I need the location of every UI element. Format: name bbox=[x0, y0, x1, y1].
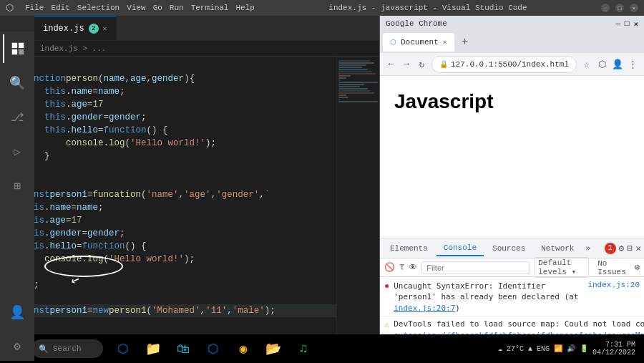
error-link-1[interactable]: index.js:20:7 bbox=[394, 304, 455, 313]
browser-content: Javascript bbox=[380, 76, 644, 238]
menu-selection[interactable]: Selection bbox=[77, 4, 119, 12]
code-line-3: this.name = name; bbox=[23, 85, 336, 98]
menu-view[interactable]: View bbox=[127, 4, 145, 12]
back-button[interactable]: ← bbox=[386, 56, 396, 73]
browser-favicon: ⬡ bbox=[390, 38, 396, 47]
code-line-16: console.log('Hello world!'); bbox=[23, 253, 336, 266]
devtools-tab-console[interactable]: Console bbox=[436, 241, 484, 256]
main-area: 🔍 ⎇ ▷ ⊞ 👤 ⚙ index.js 2 ✕ index.js > ... … bbox=[0, 16, 644, 363]
taskbar-volume: 🔊 bbox=[567, 344, 575, 353]
code-line-19 bbox=[23, 291, 336, 304]
devtools-close-icon[interactable]: ✕ bbox=[635, 243, 641, 254]
minimize-button[interactable]: — bbox=[601, 4, 610, 12]
taskbar-chrome[interactable]: ◉ bbox=[229, 334, 258, 363]
menu-bar: File Edit Selection View Go Run Terminal… bbox=[25, 4, 255, 12]
code-line-12: this.name = name; bbox=[23, 201, 336, 214]
taskbar-date-text: 04/12/2022 bbox=[592, 349, 635, 357]
error-close-1: ) bbox=[455, 304, 460, 313]
warning-icon-1: ⚠ bbox=[384, 319, 389, 330]
taskbar-files[interactable]: 📂 bbox=[259, 334, 288, 363]
console-settings-icon[interactable]: ⚙ bbox=[635, 262, 640, 273]
address-bar[interactable]: 🔒 127.0.0.1:5500/index.html bbox=[431, 56, 577, 73]
taskbar-wifi: 📶 bbox=[554, 344, 562, 353]
console-filter-input[interactable] bbox=[421, 261, 530, 274]
taskbar-explorer[interactable]: 📁 bbox=[139, 334, 167, 363]
browser-tab-document[interactable]: ⬡ Document ✕ bbox=[383, 33, 454, 52]
menu-go[interactable]: Go bbox=[153, 4, 162, 12]
console-eye-icon[interactable]: 👁 bbox=[409, 262, 417, 273]
weather-icon: ☁ bbox=[498, 345, 502, 353]
activity-explorer[interactable] bbox=[3, 34, 31, 63]
activity-settings[interactable]: ⚙ bbox=[3, 332, 31, 361]
browser-titlebar-text: Google Chrome bbox=[386, 19, 447, 28]
profile-button[interactable]: 👤 bbox=[612, 56, 623, 73]
code-line-10 bbox=[23, 175, 336, 188]
page-heading: Javascript bbox=[394, 90, 630, 113]
activity-source-control[interactable]: ⎇ bbox=[3, 103, 31, 132]
activity-run[interactable]: ▷ bbox=[3, 137, 31, 166]
activity-bar: 🔍 ⎇ ▷ ⊞ 👤 ⚙ bbox=[0, 32, 34, 361]
browser-titlebar: Google Chrome — □ ✕ bbox=[380, 16, 644, 32]
devtools-dock-icon[interactable]: ⊟ bbox=[627, 243, 633, 254]
reload-button[interactable]: ↻ bbox=[416, 56, 427, 73]
error-msg-1: Uncaught SyntaxError: Identifier 'person… bbox=[394, 281, 578, 301]
browser-maximize[interactable]: □ bbox=[625, 19, 630, 29]
activity-accounts[interactable]: 👤 bbox=[3, 298, 31, 326]
devtools-more[interactable]: » bbox=[582, 244, 593, 253]
forward-button[interactable]: → bbox=[401, 56, 411, 73]
taskbar-time-text: 7:31 PM bbox=[605, 341, 635, 349]
bookmark-button[interactable]: ☆ bbox=[581, 56, 592, 73]
address-text: 127.0.0.1:5500/index.html bbox=[451, 60, 569, 69]
code-editor[interactable]: function person(name ,age ,gender){ this… bbox=[23, 57, 336, 347]
menu-file[interactable]: File bbox=[25, 4, 44, 12]
titlebar: ⬡ File Edit Selection View Go Run Termin… bbox=[0, 0, 644, 16]
vscode-logo: ⬡ bbox=[6, 2, 14, 14]
tab-indexjs[interactable]: index.js 2 ✕ bbox=[34, 16, 117, 40]
search-icon: 🔍 bbox=[39, 344, 49, 354]
taskbar-spotify[interactable]: ♫ bbox=[289, 334, 318, 363]
code-line-7: console.log('Hello world!'); bbox=[23, 137, 336, 150]
breadcrumb: index.js > ... bbox=[0, 41, 379, 57]
devtools-tab-network[interactable]: Network bbox=[534, 241, 581, 256]
new-tab-button[interactable]: + bbox=[457, 36, 473, 49]
code-line-17: } bbox=[23, 266, 336, 279]
activity-search[interactable]: 🔍 bbox=[3, 69, 31, 97]
code-line-9: }; bbox=[23, 163, 336, 175]
browser-tab-close[interactable]: ✕ bbox=[443, 38, 447, 47]
menu-run[interactable]: Run bbox=[170, 4, 184, 12]
console-clear-icon[interactable]: 🚫 bbox=[384, 262, 395, 273]
menu-edit[interactable]: Edit bbox=[51, 4, 69, 12]
error-count-badge: 1 bbox=[605, 243, 616, 254]
browser-minimize[interactable]: — bbox=[615, 19, 620, 29]
taskbar-vscode[interactable]: ⬡ bbox=[199, 334, 228, 363]
taskbar-clock[interactable]: 7:31 PM 04/12/2022 bbox=[592, 341, 635, 357]
menu-button[interactable]: ⋮ bbox=[628, 56, 638, 73]
tabs-bar: index.js 2 ✕ bbox=[0, 16, 379, 41]
code-line-4: this.age = 17 bbox=[23, 98, 336, 111]
devtools-tab-elements[interactable]: Elements bbox=[383, 241, 435, 256]
activity-extensions[interactable]: ⊞ bbox=[3, 172, 31, 200]
taskbar-system-icons: ▲ ENG bbox=[528, 345, 550, 353]
search-label: Search bbox=[53, 344, 82, 353]
error-ref-1[interactable]: index.js:20 bbox=[587, 281, 640, 289]
devtools-tab-sources[interactable]: Sources bbox=[485, 241, 532, 256]
code-line-6: this.hello = function() { bbox=[23, 124, 336, 137]
browser-close[interactable]: ✕ bbox=[633, 19, 638, 29]
devtools-settings-icon[interactable]: ⚙ bbox=[619, 243, 625, 254]
code-line-11: const person1 = funcation('name', 'age',… bbox=[23, 188, 336, 201]
extensions-button[interactable]: ⬡ bbox=[596, 56, 607, 73]
editor-row: 12345 678910 1112131415 1617181920 21 fu… bbox=[0, 57, 379, 347]
console-top-icon[interactable]: ⊤ bbox=[399, 262, 404, 273]
close-button[interactable]: ✕ bbox=[630, 4, 638, 12]
taskbar-search[interactable]: 🔍 Search bbox=[31, 339, 103, 358]
maximize-button[interactable]: □ bbox=[615, 4, 624, 12]
window-controls: — □ ✕ bbox=[601, 4, 638, 12]
taskbar-store[interactable]: 🛍 bbox=[169, 334, 197, 363]
log-level-selector[interactable]: Default levels ▾ bbox=[535, 257, 589, 278]
window-title: index.js - javascript - Visual Studio Co… bbox=[328, 4, 527, 12]
menu-terminal[interactable]: Terminal bbox=[191, 4, 229, 12]
taskbar-edge[interactable]: ⬡ bbox=[109, 334, 137, 363]
error-text-1: Uncaught SyntaxError: Identifier 'person… bbox=[394, 281, 583, 314]
tab-close-icon[interactable]: ✕ bbox=[103, 24, 107, 33]
menu-help[interactable]: Help bbox=[235, 4, 254, 12]
